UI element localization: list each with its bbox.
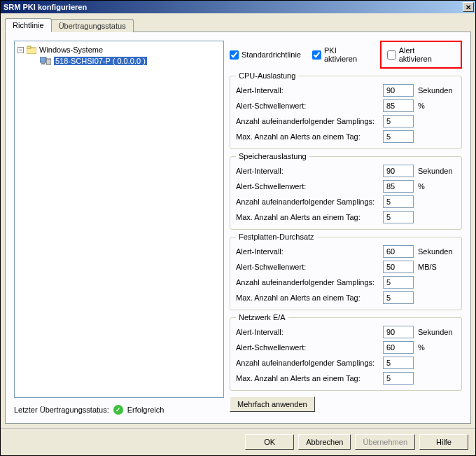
close-icon[interactable]: ✕ (463, 2, 474, 12)
cpu-maxday-label: Max. Anzahl an Alerts an einem Tag: (236, 132, 379, 141)
tree-row-root[interactable]: − Windows-Systeme (18, 44, 220, 55)
pki-enable-label: PKI aktivieren (324, 46, 369, 63)
status-value: Erfolgreich (127, 406, 164, 414)
standard-policy-check[interactable]: Standardrichtlinie (230, 50, 301, 60)
net-threshold-unit: % (418, 343, 456, 352)
net-threshold-label: Alert-Schwellenwert: (236, 343, 379, 352)
folder-icon (27, 46, 36, 54)
titlebar: SRM PKI konfigurieren ✕ (1, 1, 475, 13)
tab-pane: − Windows-Systeme 518-SCHSI07-P ( 0.0.0.… (5, 32, 471, 424)
net-interval-label: Alert-Intervall: (236, 328, 379, 336)
disk-maxday-label: Max. Anzahl an Alerts an einem Tag: (236, 293, 379, 302)
standard-policy-label: Standardrichtlinie (241, 50, 301, 59)
group-mem-legend: Speicherauslastung (236, 152, 309, 160)
window-title: SRM PKI konfigurieren (4, 3, 461, 11)
status-ok-icon: ✓ (113, 405, 123, 415)
net-samplings-label: Anzahl aufeinanderfolgender Samplings: (236, 359, 379, 367)
disk-maxday-input[interactable] (383, 291, 414, 304)
mem-threshold-label: Alert-Schwellenwert: (236, 182, 379, 191)
disk-threshold-unit: MB/S (418, 263, 456, 271)
cpu-interval-label: Alert-Intervall: (236, 86, 379, 95)
window: SRM PKI konfigurieren ✕ Richtlinie Übert… (0, 0, 476, 456)
alert-enable-label: Alert aktivieren (399, 46, 447, 63)
net-threshold-input[interactable] (383, 341, 414, 354)
mem-interval-unit: Sekunden (418, 167, 456, 175)
tab-uebertragungsstatus[interactable]: Übertragungsstatus (51, 19, 134, 32)
net-maxday-label: Max. Anzahl an Alerts an einem Tag: (236, 374, 379, 382)
right-column: Standardrichtlinie PKI aktivieren Alert … (230, 41, 462, 415)
group-cpu-legend: CPU-Auslastung (236, 71, 298, 80)
group-mem: Speicherauslastung Alert-Intervall: Seku… (230, 152, 462, 230)
cpu-interval-input[interactable] (383, 84, 414, 97)
disk-interval-unit: Sekunden (418, 247, 456, 256)
net-samplings-input[interactable] (383, 357, 414, 369)
group-disk-legend: Festplatten-Durchsatz (236, 233, 317, 241)
tree-root-label: Windows-Systeme (39, 46, 103, 54)
ok-button[interactable]: OK (245, 434, 294, 450)
top-checkbox-row: Standardrichtlinie PKI aktivieren Alert … (230, 41, 462, 69)
tree-row-node[interactable]: 518-SCHSI07-P ( 0.0.0.0 ) (18, 55, 220, 67)
left-column: − Windows-Systeme 518-SCHSI07-P ( 0.0.0.… (14, 41, 224, 415)
server-icon (40, 57, 51, 65)
disk-samplings-input[interactable] (383, 276, 414, 289)
status-label: Letzter Übertragungsstatus: (14, 406, 109, 414)
pki-enable-check[interactable]: PKI aktivieren (312, 46, 369, 63)
mem-interval-input[interactable] (383, 165, 414, 177)
mem-interval-label: Alert-Intervall: (236, 167, 379, 175)
pki-enable-checkbox[interactable] (312, 50, 321, 60)
group-net-legend: Netzwerk E/A (236, 313, 288, 322)
standard-policy-checkbox[interactable] (230, 50, 239, 60)
disk-threshold-label: Alert-Schwellenwert: (236, 263, 379, 271)
mem-threshold-input[interactable] (383, 180, 414, 193)
mem-maxday-input[interactable] (383, 211, 414, 223)
group-cpu: CPU-Auslastung Alert-Intervall: Sekunden… (230, 71, 462, 149)
tab-richtlinie[interactable]: Richtlinie (5, 18, 52, 32)
svg-rect-1 (27, 46, 31, 48)
mem-samplings-label: Anzahl aufeinanderfolgender Samplings: (236, 198, 379, 206)
tab-strip: Richtlinie Übertragungsstatus (5, 18, 471, 32)
alert-enable-check[interactable]: Alert aktivieren (380, 41, 462, 69)
cpu-samplings-label: Anzahl aufeinanderfolgender Samplings: (236, 117, 379, 125)
group-disk: Festplatten-Durchsatz Alert-Intervall: S… (230, 233, 462, 310)
apply-button[interactable]: Übernehmen (355, 434, 415, 450)
cancel-button[interactable]: Abbrechen (298, 434, 351, 450)
cpu-threshold-unit: % (418, 102, 456, 110)
mem-maxday-label: Max. Anzahl an Alerts an einem Tag: (236, 213, 379, 221)
disk-samplings-label: Anzahl aufeinanderfolgender Samplings: (236, 278, 379, 286)
alert-enable-checkbox[interactable] (387, 50, 396, 60)
cpu-maxday-input[interactable] (383, 130, 414, 143)
net-maxday-input[interactable] (383, 372, 414, 385)
mem-threshold-unit: % (418, 182, 456, 191)
svg-rect-2 (40, 57, 46, 62)
cpu-interval-unit: Sekunden (418, 86, 456, 95)
cpu-threshold-label: Alert-Schwellenwert: (236, 102, 379, 110)
client-area: Richtlinie Übertragungsstatus − Windows-… (1, 13, 475, 428)
svg-rect-4 (46, 59, 51, 64)
button-bar: OK Abbrechen Übernehmen Hilfe (1, 428, 475, 455)
disk-interval-input[interactable] (383, 245, 414, 258)
cpu-samplings-input[interactable] (383, 115, 414, 127)
svg-rect-3 (41, 63, 45, 64)
disk-threshold-input[interactable] (383, 261, 414, 273)
net-interval-input[interactable] (383, 326, 414, 338)
multi-apply-button[interactable]: Mehrfach anwenden (230, 396, 315, 412)
collapse-icon[interactable]: − (18, 47, 24, 53)
cpu-threshold-input[interactable] (383, 99, 414, 112)
help-button[interactable]: Hilfe (419, 434, 468, 450)
disk-interval-label: Alert-Intervall: (236, 247, 379, 256)
status-row: Letzter Übertragungsstatus: ✓ Erfolgreic… (14, 405, 224, 415)
systems-tree[interactable]: − Windows-Systeme 518-SCHSI07-P ( 0.0.0.… (14, 41, 224, 398)
group-net: Netzwerk E/A Alert-Intervall: Sekunden A… (230, 313, 462, 391)
mem-samplings-input[interactable] (383, 195, 414, 208)
tree-node-label: 518-SCHSI07-P ( 0.0.0.0 ) (54, 57, 147, 65)
net-interval-unit: Sekunden (418, 328, 456, 336)
